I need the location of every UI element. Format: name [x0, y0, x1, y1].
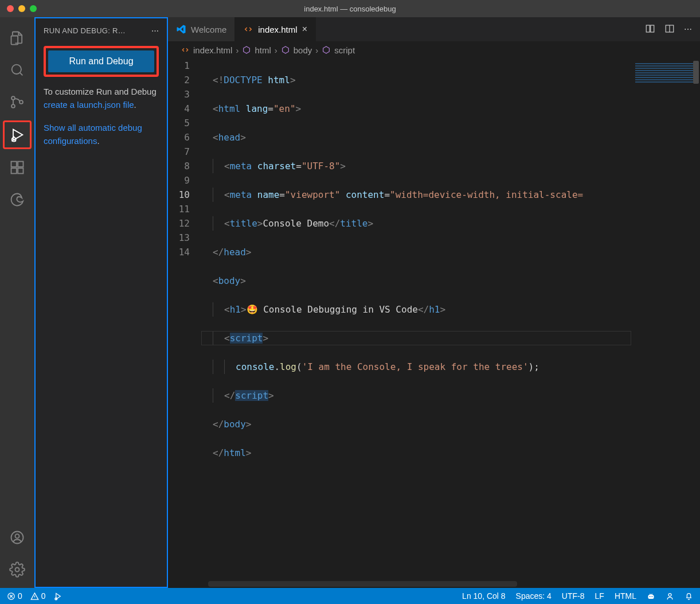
- svg-point-19: [650, 596, 651, 597]
- svg-point-1: [12, 65, 21, 74]
- minimize-window-icon[interactable]: [18, 5, 25, 12]
- svg-rect-13: [646, 25, 650, 32]
- symbol-icon: [281, 45, 290, 54]
- tab-index-html[interactable]: index.html ×: [235, 17, 316, 41]
- svg-point-2: [11, 96, 15, 100]
- html-file-icon: [243, 24, 253, 34]
- sidebar-run-and-debug: RUN AND DEBUG: R… ⋯ Run and Debug To cus…: [34, 17, 168, 588]
- vscode-icon: [176, 24, 186, 34]
- code-editor[interactable]: 1234567891011121314 <!DOCTYPE html> <htm…: [168, 59, 631, 588]
- activity-bar: [0, 17, 34, 588]
- html-file-icon: [181, 45, 190, 54]
- symbol-icon: [322, 45, 331, 54]
- svg-point-4: [19, 100, 23, 104]
- sidebar-title: RUN AND DEBUG: R…: [44, 26, 151, 35]
- svg-point-11: [15, 534, 19, 538]
- status-language[interactable]: HTML: [615, 591, 636, 601]
- copilot-icon[interactable]: [647, 592, 655, 601]
- close-tab-icon[interactable]: ×: [302, 24, 307, 34]
- horizontal-scrollbar[interactable]: [202, 581, 631, 587]
- status-encoding[interactable]: UTF-8: [562, 591, 585, 601]
- status-bar: 0 0 Ln 10, Col 8 Spaces: 4 UTF-8 LF HTML: [0, 588, 700, 604]
- chevron-right-icon: ›: [315, 45, 318, 55]
- status-warnings[interactable]: 0: [30, 591, 46, 601]
- chevron-right-icon: ›: [236, 45, 238, 55]
- explorer-icon[interactable]: [3, 24, 31, 52]
- status-errors[interactable]: 0: [7, 591, 22, 601]
- source-control-icon[interactable]: [3, 88, 31, 116]
- customize-text: To customize Run and Debug create a laun…: [44, 85, 159, 112]
- notifications-icon[interactable]: [685, 592, 693, 601]
- breadcrumb-body[interactable]: body: [294, 45, 312, 55]
- show-all-text: Show all automatic debug configurations.: [44, 121, 159, 148]
- run-and-debug-button[interactable]: Run and Debug: [48, 50, 154, 72]
- symbol-icon: [242, 45, 251, 54]
- svg-rect-7: [11, 168, 17, 173]
- line-numbers: 1234567891011121314: [168, 59, 201, 588]
- diff-view-icon[interactable]: [645, 24, 655, 36]
- more-actions-icon[interactable]: ⋯: [684, 25, 692, 34]
- window-controls: [0, 5, 37, 12]
- chevron-right-icon: ›: [275, 45, 277, 55]
- titlebar: index.html — consoledebug: [0, 0, 700, 17]
- code-content[interactable]: <!DOCTYPE html> <html lang="en"> <head> …: [201, 59, 631, 588]
- edge-icon[interactable]: [3, 186, 31, 213]
- search-icon[interactable]: [3, 56, 31, 84]
- svg-rect-9: [18, 162, 23, 167]
- breadcrumb-file[interactable]: index.html: [193, 45, 232, 55]
- window-title: index.html — consoledebug: [0, 5, 700, 13]
- minimap-scrollbar[interactable]: [693, 61, 699, 84]
- tab-label: Welcome: [191, 25, 226, 34]
- feedback-icon[interactable]: [666, 592, 674, 601]
- svg-point-21: [668, 593, 671, 596]
- sidebar-more-icon[interactable]: ⋯: [151, 26, 159, 35]
- tab-welcome[interactable]: Welcome: [168, 17, 235, 41]
- breadcrumb-html[interactable]: html: [255, 45, 271, 55]
- create-launch-json-link[interactable]: create a launch.json file: [44, 100, 134, 110]
- tab-bar: Welcome index.html × ⋯: [168, 17, 700, 41]
- svg-rect-6: [11, 162, 17, 167]
- status-spaces[interactable]: Spaces: 4: [516, 591, 552, 601]
- show-all-configs-link[interactable]: Show all automatic debug configurations: [44, 123, 142, 146]
- run-and-debug-highlight: Run and Debug: [44, 46, 159, 77]
- svg-point-20: [651, 596, 652, 597]
- editor-area: Welcome index.html × ⋯ index.html › html…: [168, 17, 700, 588]
- close-window-icon[interactable]: [7, 5, 14, 12]
- svg-point-12: [15, 568, 19, 572]
- extensions-icon[interactable]: [3, 154, 31, 181]
- status-debug-icon[interactable]: [54, 592, 62, 601]
- svg-rect-18: [648, 595, 654, 599]
- maximize-window-icon[interactable]: [30, 5, 37, 12]
- status-cursor[interactable]: Ln 10, Col 8: [462, 591, 506, 601]
- status-eol[interactable]: LF: [595, 591, 604, 601]
- svg-rect-8: [18, 168, 23, 173]
- run-and-debug-icon[interactable]: [3, 120, 32, 149]
- settings-gear-icon[interactable]: [3, 556, 31, 583]
- tab-label: index.html: [258, 25, 297, 34]
- breadcrumbs[interactable]: index.html › html › body › script: [168, 41, 700, 59]
- breadcrumb-script[interactable]: script: [334, 45, 355, 55]
- svg-point-3: [11, 104, 15, 108]
- minimap[interactable]: [631, 59, 700, 588]
- split-editor-icon[interactable]: [664, 24, 675, 36]
- accounts-icon[interactable]: [3, 524, 31, 551]
- svg-rect-14: [651, 25, 654, 32]
